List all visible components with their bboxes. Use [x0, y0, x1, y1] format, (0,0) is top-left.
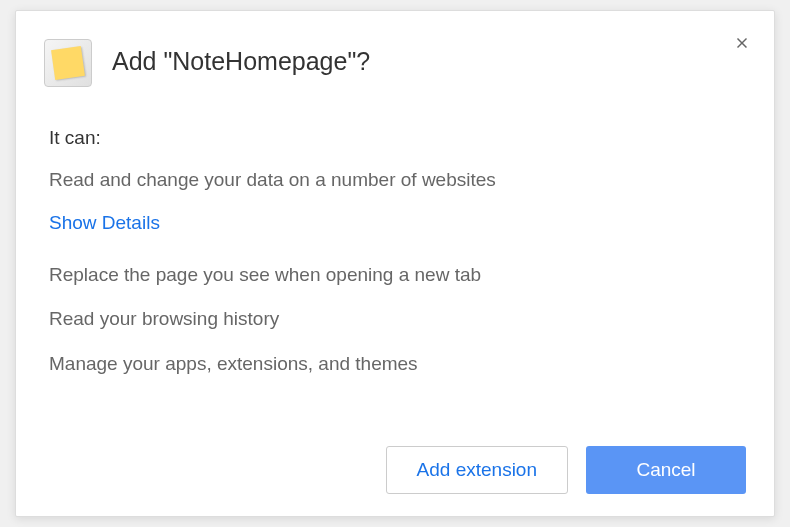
dialog-buttons: Add extension Cancel — [44, 446, 746, 494]
extension-icon — [44, 39, 92, 87]
dialog-title: Add "NoteHomepage"? — [112, 47, 370, 76]
permission-item: Replace the page you see when opening a … — [49, 262, 746, 289]
add-extension-button[interactable]: Add extension — [386, 446, 568, 494]
show-details-link[interactable]: Show Details — [49, 212, 160, 234]
dialog-header: Add "NoteHomepage"? — [44, 39, 746, 87]
permission-item: Manage your apps, extensions, and themes — [49, 351, 746, 378]
extension-install-dialog: Add "NoteHomepage"? It can: Read and cha… — [15, 10, 775, 517]
close-button[interactable] — [730, 31, 754, 55]
permission-item: Read and change your data on a number of… — [49, 167, 746, 194]
permission-item: Read your browsing history — [49, 306, 746, 333]
permissions-section: It can: Read and change your data on a n… — [49, 127, 746, 446]
permissions-intro: It can: — [49, 127, 746, 149]
cancel-button[interactable]: Cancel — [586, 446, 746, 494]
note-icon — [51, 46, 85, 80]
close-icon — [733, 34, 751, 52]
